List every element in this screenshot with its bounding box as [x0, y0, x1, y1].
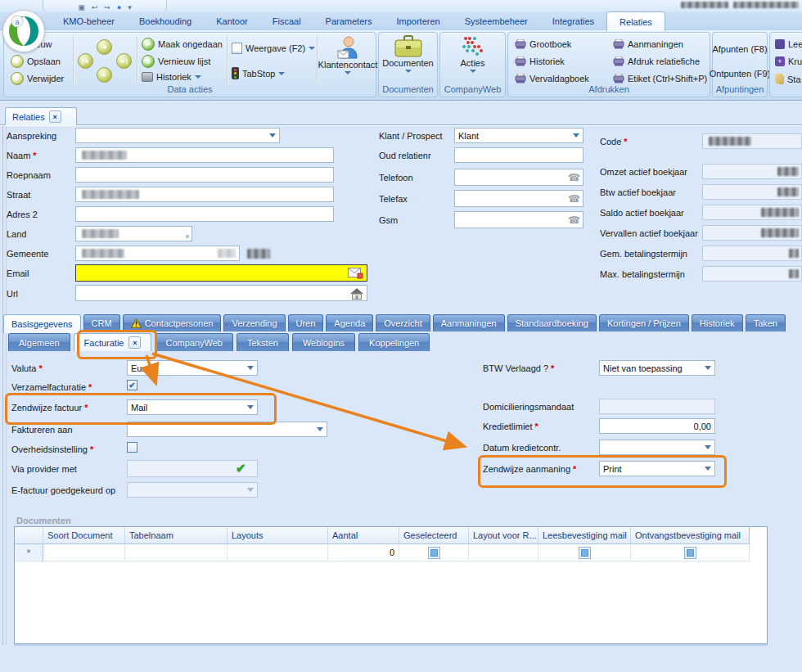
column-header-aantal[interactable]: Aantal — [328, 527, 399, 544]
klant-prospect-combobox[interactable]: Klant — [454, 128, 583, 143]
historiek-button[interactable]: Historiek — [142, 72, 201, 82]
roepnaam-input[interactable] — [75, 167, 334, 183]
afdruk-relatiefiche-button[interactable]: Afdruk relatiefiche — [613, 56, 700, 66]
tab-standaardboeking[interactable]: Standaardboeking — [507, 314, 597, 331]
etiket-button[interactable]: Etiket (Ctrl+Shift+P) — [613, 74, 707, 83]
cell-aantal[interactable]: 0 — [328, 544, 399, 562]
max-betalingstermijn-input[interactable] — [702, 266, 802, 282]
column-header-layouts[interactable]: Layouts — [228, 527, 328, 544]
tab-parameters[interactable]: Parameters — [313, 11, 385, 30]
sta-button[interactable]: Sta — [775, 74, 801, 84]
tab-kantoor[interactable]: Kantoor — [204, 11, 260, 30]
subtab-facturatie[interactable]: Facturatie × — [74, 333, 152, 351]
column-header-geselecteerd[interactable]: Geselecteerd — [399, 527, 469, 544]
first-record-button[interactable]: |◄ — [78, 53, 93, 69]
oud-relatienr-input[interactable] — [454, 147, 583, 163]
tab-contactpersonen[interactable]: Contactpersonen — [123, 314, 222, 331]
tab-aanmaningen[interactable]: Aanmaningen — [433, 314, 505, 331]
previous-record-button[interactable]: ◄ — [97, 39, 112, 55]
tab-kmo-beheer[interactable]: KMO-beheer — [51, 11, 127, 30]
column-header-tabelnaam[interactable]: Tabelnaam — [125, 527, 228, 544]
leesbevestiging-checkbox[interactable] — [579, 547, 591, 559]
aanmaningen-print-button[interactable]: Aanmaningen — [613, 39, 683, 49]
documenten-button[interactable]: Documenten — [381, 35, 435, 73]
url-input[interactable] — [75, 285, 367, 301]
efactuur-combobox[interactable] — [127, 482, 258, 498]
adres2-input[interactable] — [75, 206, 334, 222]
cell-tabelnaam[interactable] — [125, 544, 228, 562]
tab-systeembeheer[interactable]: Systeembeheer — [453, 11, 540, 30]
klantencontact-button[interactable]: Klantencontact — [320, 35, 376, 74]
tab-uren[interactable]: Uren — [288, 314, 324, 331]
app-logo[interactable]: a — [2, 10, 45, 52]
ontpunten-button[interactable]: Ontpunten (F9) — [713, 69, 767, 79]
cell-ontvangstbevestiging[interactable] — [631, 544, 750, 562]
vernieuw-lijst-button[interactable]: ↻ Vernieuw lijst — [142, 55, 210, 68]
cell-soort-document[interactable] — [43, 544, 125, 562]
mail-icon[interactable] — [348, 268, 363, 279]
column-header-ontvangstbevestiging[interactable]: Ontvangstbevestiging mail — [631, 527, 750, 544]
tab-basisgegevens[interactable]: Basisgegevens — [3, 314, 81, 333]
gsm-input[interactable]: ☎ — [454, 211, 583, 228]
tab-historiek[interactable]: Historiek — [692, 314, 743, 331]
redo-icon[interactable]: ↪ — [104, 3, 110, 11]
tabstop-button[interactable]: TabStop — [232, 67, 285, 79]
kredietlimiet-input[interactable]: 0,00 — [599, 418, 715, 434]
next-record-button[interactable]: ► — [97, 67, 112, 83]
faktureren-aan-combobox[interactable] — [127, 422, 327, 437]
verzamelfacturatie-checkbox[interactable] — [127, 380, 137, 390]
close-icon[interactable]: × — [128, 336, 141, 349]
maak-ongedaan-button[interactable]: ↩ Maak ongedaan — [142, 38, 223, 51]
grootboek-print-button[interactable]: Grootboek — [515, 39, 571, 49]
dropdown-arrow-icon[interactable] — [570, 129, 582, 142]
save-icon[interactable]: ▣ — [78, 3, 85, 11]
dropdown-arrow-icon[interactable] — [313, 423, 326, 435]
vervaldagboek-print-button[interactable]: Vervaldagboek — [515, 74, 589, 83]
column-header-leesbevestiging[interactable]: Leesbevestiging mail — [538, 527, 631, 544]
column-header-soort-document[interactable]: Soort Document — [43, 527, 125, 544]
subtab-algemeen[interactable]: Algemeen — [8, 333, 70, 351]
dropdown-arrow-icon[interactable] — [701, 362, 714, 374]
verwijder-button[interactable]: –Verwijder — [11, 72, 64, 85]
cell-geselecteerd[interactable] — [399, 544, 469, 562]
tab-fiscaal[interactable]: Fiscaal — [260, 11, 313, 30]
afpunten-button[interactable]: Afpunten (F8) — [713, 44, 767, 54]
historiek-print-button[interactable]: Historiek — [515, 56, 565, 66]
dropdown-arrow-icon[interactable] — [266, 129, 278, 142]
opslaan-button[interactable]: ▪Opslaan — [11, 55, 61, 68]
last-record-button[interactable]: ►| — [116, 53, 132, 69]
dropdown-arrow-icon[interactable] — [244, 401, 256, 413]
email-input[interactable] — [75, 264, 367, 282]
column-header-layout-voor-r[interactable]: Layout voor R... — [469, 527, 538, 544]
telefoon-input[interactable]: ☎ — [454, 169, 583, 186]
column-header-selector[interactable] — [15, 527, 43, 544]
gem-betalingstermijn-input[interactable] — [702, 246, 802, 261]
domicilieringsmandaat-input[interactable] — [599, 399, 715, 414]
ontvangstbevestiging-checkbox[interactable] — [684, 547, 696, 559]
cell-layout-voor-r[interactable] — [469, 544, 538, 562]
zendwijze-factuur-combobox[interactable]: Mail — [127, 399, 258, 415]
qat-caret-icon[interactable]: ▾ — [128, 3, 132, 11]
document-tab-relaties[interactable]: Relaties × — [5, 107, 77, 125]
info-icon[interactable]: ● — [117, 3, 121, 11]
overheidsinstelling-checkbox[interactable] — [127, 442, 137, 453]
dropdown-arrow-icon[interactable] — [701, 462, 714, 475]
cell-layouts[interactable] — [228, 544, 328, 562]
subtab-koppelingen[interactable]: Koppelingen — [358, 333, 430, 351]
lee-button[interactable]: Lee — [775, 39, 802, 49]
tab-integraties[interactable]: Integraties — [540, 11, 606, 30]
table-row[interactable]: * 0 — [15, 544, 750, 562]
subtab-teksten[interactable]: Teksten — [237, 333, 289, 351]
tab-agenda[interactable]: Agenda — [326, 314, 373, 331]
tab-importeren[interactable]: Importeren — [384, 11, 452, 30]
tab-boekhouding[interactable]: Boekhouding — [127, 11, 204, 30]
cell-leesbevestiging[interactable] — [538, 544, 631, 562]
datum-kredietcontr-combobox[interactable] — [599, 440, 715, 455]
acties-button[interactable]: Acties — [446, 35, 499, 73]
tab-kortingen-prijzen[interactable]: Kortingen / Prijzen — [599, 314, 689, 331]
tab-verzending[interactable]: Verzending — [223, 314, 285, 331]
subtab-companyweb[interactable]: CompanyWeb — [155, 333, 233, 351]
subtab-weblogins[interactable]: Weblogins — [292, 333, 355, 351]
home-icon[interactable] — [350, 288, 363, 300]
valuta-combobox[interactable]: Euro — [127, 360, 258, 376]
